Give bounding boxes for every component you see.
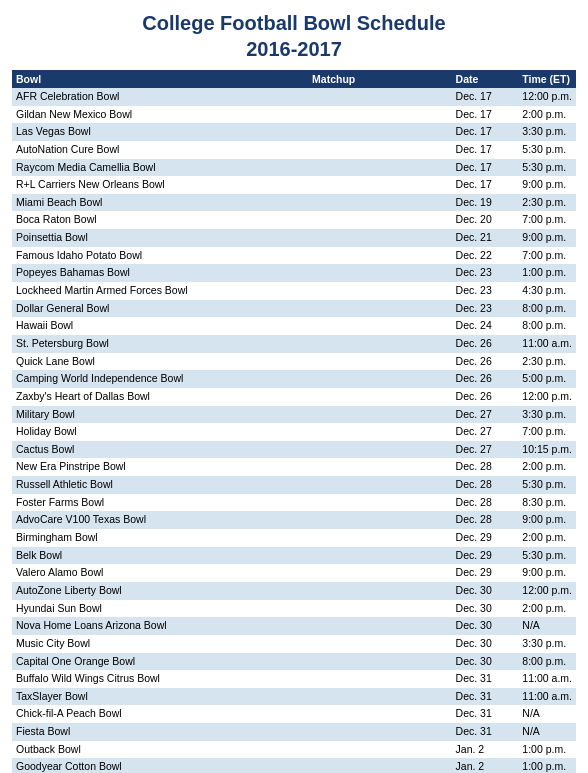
table-row: Capital One Orange BowlDec. 308:00 p.m. (12, 653, 576, 671)
bowl-date: Dec. 31 (452, 723, 519, 741)
column-date: Date (452, 70, 519, 88)
table-row: Military BowlDec. 273:30 p.m. (12, 406, 576, 424)
bowl-time: 1:00 p.m. (518, 758, 576, 773)
bowl-time: 2:30 p.m. (518, 353, 576, 371)
bowl-date: Dec. 31 (452, 705, 519, 723)
table-row: Camping World Independence BowlDec. 265:… (12, 370, 576, 388)
bowl-name: Cactus Bowl (12, 441, 308, 459)
matchup (308, 123, 452, 141)
bowl-date: Jan. 2 (452, 758, 519, 773)
table-row: AFR Celebration BowlDec. 1712:00 p.m. (12, 88, 576, 106)
bowl-date: Dec. 29 (452, 529, 519, 547)
bowl-date: Dec. 17 (452, 106, 519, 124)
matchup (308, 582, 452, 600)
bowl-date: Dec. 17 (452, 88, 519, 106)
bowl-date: Dec. 26 (452, 353, 519, 371)
bowl-name: AutoNation Cure Bowl (12, 141, 308, 159)
bowl-name: Hawaii Bowl (12, 317, 308, 335)
matchup (308, 194, 452, 212)
bowl-time: N/A (518, 617, 576, 635)
bowl-name: Russell Athletic Bowl (12, 476, 308, 494)
bowl-name: Goodyear Cotton Bowl (12, 758, 308, 773)
bowl-date: Dec. 19 (452, 194, 519, 212)
bowl-date: Dec. 17 (452, 159, 519, 177)
table-row: AutoZone Liberty BowlDec. 3012:00 p.m. (12, 582, 576, 600)
matchup (308, 653, 452, 671)
header: College Football Bowl Schedule 2016-2017 (12, 10, 576, 62)
bowl-name: Chick-fil-A Peach Bowl (12, 705, 308, 723)
table-row: Chick-fil-A Peach BowlDec. 31N/A (12, 705, 576, 723)
bowl-date: Dec. 28 (452, 494, 519, 512)
bowl-time: 12:00 p.m. (518, 88, 576, 106)
bowl-time: 2:30 p.m. (518, 194, 576, 212)
bowl-date: Dec. 21 (452, 229, 519, 247)
bowl-name: Music City Bowl (12, 635, 308, 653)
bowl-time: 2:00 p.m. (518, 106, 576, 124)
table-row: TaxSlayer BowlDec. 3111:00 a.m. (12, 688, 576, 706)
bowl-date: Dec. 28 (452, 476, 519, 494)
table-row: Nova Home Loans Arizona BowlDec. 30N/A (12, 617, 576, 635)
bowl-time: 9:00 p.m. (518, 176, 576, 194)
bowl-name: Capital One Orange Bowl (12, 653, 308, 671)
matchup (308, 458, 452, 476)
bowl-date: Dec. 28 (452, 511, 519, 529)
matchup (308, 635, 452, 653)
bowl-name: TaxSlayer Bowl (12, 688, 308, 706)
bowl-time: 12:00 p.m. (518, 388, 576, 406)
bowl-date: Dec. 23 (452, 282, 519, 300)
bowl-time: 5:30 p.m. (518, 547, 576, 565)
bowl-name: Holiday Bowl (12, 423, 308, 441)
bowl-name: Buffalo Wild Wings Citrus Bowl (12, 670, 308, 688)
table-row: Outback BowlJan. 21:00 p.m. (12, 741, 576, 759)
table-row: Belk BowlDec. 295:30 p.m. (12, 547, 576, 565)
matchup (308, 159, 452, 177)
matchup (308, 406, 452, 424)
bowl-name: R+L Carriers New Orleans Bowl (12, 176, 308, 194)
table-row: Popeyes Bahamas BowlDec. 231:00 p.m. (12, 264, 576, 282)
bowl-name: Camping World Independence Bowl (12, 370, 308, 388)
bowl-name: Birmingham Bowl (12, 529, 308, 547)
matchup (308, 529, 452, 547)
matchup (308, 300, 452, 318)
bowl-time: 7:00 p.m. (518, 211, 576, 229)
bowl-time: 7:00 p.m. (518, 423, 576, 441)
bowl-time: 1:00 p.m. (518, 264, 576, 282)
bowl-date: Dec. 27 (452, 406, 519, 424)
table-row: Miami Beach BowlDec. 192:30 p.m. (12, 194, 576, 212)
bowl-name: Raycom Media Camellia Bowl (12, 159, 308, 177)
bowl-name: Gildan New Mexico Bowl (12, 106, 308, 124)
bowl-time: 2:00 p.m. (518, 458, 576, 476)
bowl-name: New Era Pinstripe Bowl (12, 458, 308, 476)
table-row: Gildan New Mexico BowlDec. 172:00 p.m. (12, 106, 576, 124)
bowl-date: Dec. 30 (452, 617, 519, 635)
bowl-date: Dec. 26 (452, 370, 519, 388)
table-row: Raycom Media Camellia BowlDec. 175:30 p.… (12, 159, 576, 177)
bowl-date: Dec. 17 (452, 141, 519, 159)
bowl-date: Dec. 28 (452, 458, 519, 476)
bowl-time: 4:30 p.m. (518, 282, 576, 300)
bowl-date: Dec. 23 (452, 300, 519, 318)
bowl-time: 1:00 p.m. (518, 741, 576, 759)
matchup (308, 600, 452, 618)
matchup (308, 511, 452, 529)
table-row: Dollar General BowlDec. 238:00 p.m. (12, 300, 576, 318)
table-header-row: Bowl Matchup Date Time (ET) (12, 70, 576, 88)
bowl-time: 10:15 p.m. (518, 441, 576, 459)
bowl-name: Foster Farms Bowl (12, 494, 308, 512)
bowl-time: 12:00 p.m. (518, 582, 576, 600)
bowl-date: Dec. 27 (452, 423, 519, 441)
column-bowl: Bowl (12, 70, 308, 88)
bowl-name: Las Vegas Bowl (12, 123, 308, 141)
bowl-name: Military Bowl (12, 406, 308, 424)
bowl-date: Dec. 27 (452, 441, 519, 459)
bowl-name: St. Petersburg Bowl (12, 335, 308, 353)
bowl-name: Boca Raton Bowl (12, 211, 308, 229)
bowl-name: Nova Home Loans Arizona Bowl (12, 617, 308, 635)
bowl-name: AutoZone Liberty Bowl (12, 582, 308, 600)
bowl-date: Jan. 2 (452, 741, 519, 759)
bowl-date: Dec. 30 (452, 582, 519, 600)
matchup (308, 617, 452, 635)
matchup (308, 317, 452, 335)
bowl-name: Hyundai Sun Bowl (12, 600, 308, 618)
matchup (308, 353, 452, 371)
